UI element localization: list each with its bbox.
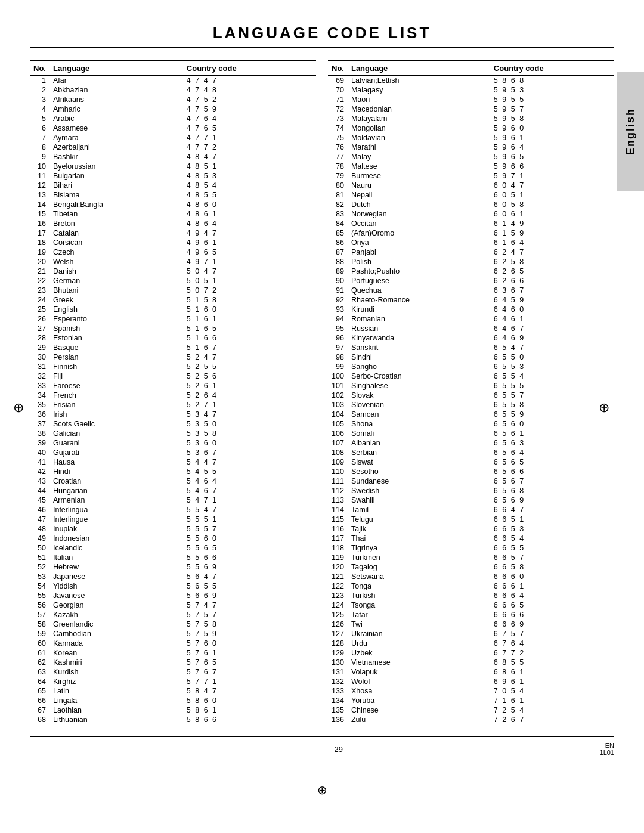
row-language: Lingala <box>49 696 183 705</box>
row-number: 108 <box>328 448 348 457</box>
row-language: Japanese <box>49 572 183 581</box>
row-number: 37 <box>30 419 49 429</box>
table-row: 133Xhosa7 0 5 4 <box>328 686 614 696</box>
row-language: Afrikaans <box>49 95 183 104</box>
table-row: 43Croatian5 4 6 4 <box>30 476 316 486</box>
row-code: 5 9 6 0 <box>490 123 614 133</box>
row-language: Dutch <box>348 200 490 209</box>
row-code: 6 5 6 3 <box>490 438 614 448</box>
row-number: 53 <box>30 572 49 581</box>
row-number: 89 <box>328 267 348 276</box>
row-code: 5 1 6 7 <box>183 343 316 352</box>
row-number: 69 <box>328 76 348 86</box>
row-number: 96 <box>328 333 348 343</box>
table-row: 65Latin5 8 4 7 <box>30 686 316 696</box>
table-row: 15Tibetan4 8 6 1 <box>30 209 316 219</box>
row-code: 4 7 7 2 <box>183 143 316 152</box>
table-row: 109Siswat6 5 6 5 <box>328 457 614 467</box>
table-row: 87Panjabi6 2 4 7 <box>328 247 614 257</box>
row-language: Spanish <box>49 324 183 333</box>
row-language: Quechua <box>348 286 490 295</box>
row-number: 94 <box>328 314 348 324</box>
row-number: 26 <box>30 314 49 324</box>
table-row: 125Tatar6 6 6 6 <box>328 610 614 620</box>
row-number: 59 <box>30 629 49 639</box>
row-language: Interlingue <box>49 515 183 524</box>
row-code: 5 0 5 1 <box>183 276 316 286</box>
row-language: Tibetan <box>49 209 183 219</box>
row-language: Norwegian <box>348 209 490 219</box>
row-number: 116 <box>328 524 348 534</box>
row-code: 6 8 6 1 <box>490 667 614 677</box>
row-language: Pashto;Pushto <box>348 267 490 276</box>
row-number: 4 <box>30 104 49 114</box>
row-number: 35 <box>30 400 49 410</box>
row-code: 6 0 4 7 <box>490 181 614 190</box>
row-number: 80 <box>328 181 348 190</box>
row-language: Laothian <box>49 705 183 715</box>
row-code: 6 5 6 7 <box>490 476 614 486</box>
row-language: Oriya <box>348 238 490 247</box>
row-code: 6 5 5 9 <box>490 410 614 419</box>
row-code: 4 7 6 5 <box>183 123 316 133</box>
row-number: 39 <box>30 438 49 448</box>
row-language: Faroese <box>49 381 183 391</box>
row-code: 6 5 6 0 <box>490 419 614 429</box>
footer: – 29 – EN1L01 <box>30 736 614 756</box>
row-number: 90 <box>328 276 348 286</box>
row-language: English <box>49 305 183 314</box>
row-code: 6 5 6 1 <box>490 429 614 438</box>
row-number: 28 <box>30 333 49 343</box>
row-code: 6 5 5 3 <box>490 362 614 371</box>
row-language: Sangho <box>348 362 490 371</box>
row-number: 106 <box>328 429 348 438</box>
row-language: Vietnamese <box>348 658 490 667</box>
row-language: Romanian <box>348 314 490 324</box>
table-row: 74Mongolian5 9 6 0 <box>328 123 614 133</box>
row-number: 56 <box>30 600 49 610</box>
table-row: 17Catalan4 9 4 7 <box>30 228 316 238</box>
row-language: Catalan <box>49 228 183 238</box>
table-row: 8Azerbaijani4 7 7 2 <box>30 143 316 152</box>
row-language: Sesotho <box>348 467 490 476</box>
row-number: 8 <box>30 143 49 152</box>
row-number: 60 <box>30 639 49 648</box>
row-number: 14 <box>30 200 49 209</box>
row-number: 88 <box>328 257 348 267</box>
table-row: 119Turkmen6 6 5 7 <box>328 553 614 562</box>
row-number: 105 <box>328 419 348 429</box>
row-language: Interlingua <box>49 505 183 515</box>
row-code: 6 3 6 7 <box>490 286 614 295</box>
row-code: 7 0 5 4 <box>490 686 614 696</box>
row-number: 104 <box>328 410 348 419</box>
table-row: 66Lingala5 8 6 0 <box>30 696 316 705</box>
row-language: Yoruba <box>348 696 490 705</box>
row-language: Basque <box>49 343 183 352</box>
row-code: 4 9 6 1 <box>183 238 316 247</box>
table-row: 53Japanese5 6 4 7 <box>30 572 316 581</box>
row-code: 6 0 5 8 <box>490 200 614 209</box>
row-code: 5 1 5 8 <box>183 295 316 305</box>
row-language: Georgian <box>49 600 183 610</box>
row-language: Arabic <box>49 114 183 123</box>
row-number: 102 <box>328 391 348 400</box>
row-code: 5 5 6 9 <box>183 562 316 572</box>
row-number: 2 <box>30 85 49 95</box>
table-row: 51Italian5 5 6 6 <box>30 553 316 562</box>
table-row: 56Georgian5 7 4 7 <box>30 600 316 610</box>
row-language: Byelorussian <box>49 162 183 171</box>
row-code: 5 6 4 7 <box>183 572 316 581</box>
row-code: 6 2 6 5 <box>490 267 614 276</box>
row-number: 50 <box>30 543 49 553</box>
bottom-crosshair-icon: ⊕ <box>317 783 327 797</box>
row-code: 6 5 6 5 <box>490 457 614 467</box>
row-number: 128 <box>328 639 348 648</box>
row-code: 5 9 5 3 <box>490 85 614 95</box>
table-row: 97Sanskrit6 5 4 7 <box>328 343 614 352</box>
row-number: 20 <box>30 257 49 267</box>
row-number: 70 <box>328 85 348 95</box>
table-row: 9Bashkir4 8 4 7 <box>30 152 316 162</box>
table-row: 36Irish5 3 4 7 <box>30 410 316 419</box>
table-row: 100Serbo-Croatian6 5 5 4 <box>328 371 614 381</box>
row-number: 55 <box>30 591 49 600</box>
